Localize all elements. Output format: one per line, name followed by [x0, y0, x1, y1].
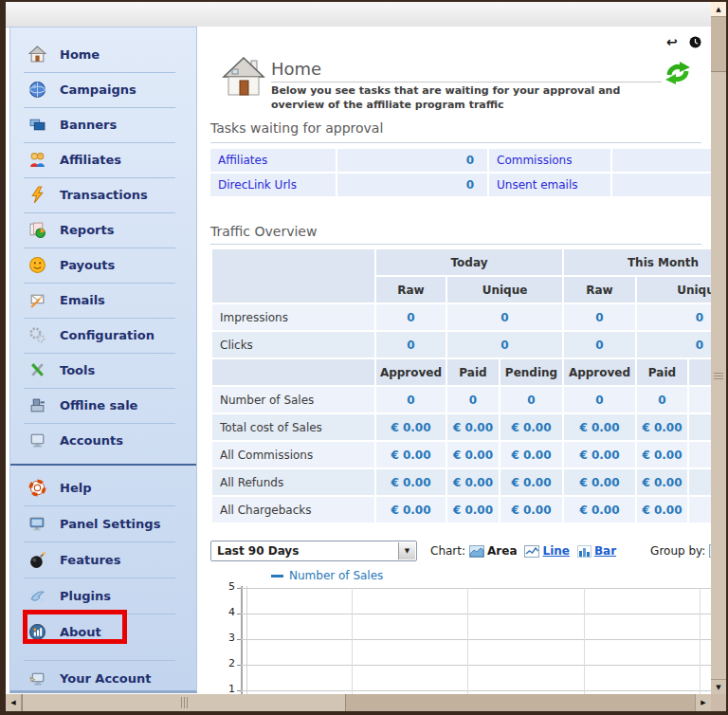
scroll-right-arrow-icon[interactable]: ▶ [695, 694, 711, 711]
sidebar-item-affiliates[interactable]: Affiliates [10, 142, 196, 177]
sidebar-item-label: Panel Settings [60, 517, 160, 531]
gridline-v [467, 588, 468, 694]
sidebar-item-label: About [60, 625, 101, 639]
tasks-table: Affiliates0CommissionsDirecLink Urls0Uns… [210, 149, 711, 198]
chart-type-line[interactable]: Line [542, 544, 569, 558]
chart-controls: Last 90 Days ▼ Chart: Area Line Bar Grou… [210, 540, 711, 562]
chart-type-area[interactable]: Area [487, 544, 517, 558]
metric-value: € 0.00 [500, 414, 562, 440]
sidebar-item-emails[interactable]: Emails [10, 283, 196, 318]
metric-value: € 0.00 [500, 469, 562, 495]
gridline-v [584, 588, 585, 694]
column-header: Pending [500, 359, 562, 385]
period-select-value: Last 90 Days [211, 544, 299, 558]
metric-value: € 0.00 [637, 469, 687, 495]
plugin-splash-icon [26, 586, 48, 605]
axis-tick [237, 665, 241, 666]
smiley-icon [26, 256, 48, 275]
sidebar-item-label: Configuration [60, 328, 155, 342]
sidebar-item-label: Emails [60, 293, 105, 307]
traffic-rule [210, 244, 701, 245]
undo-icon[interactable]: ↩ [666, 35, 678, 48]
sidebar-item-about[interactable]: About [10, 614, 196, 650]
tools-icon [26, 361, 48, 380]
sidebar-item-tools[interactable]: Tools [10, 353, 196, 388]
column-header: Paid [637, 359, 687, 385]
traffic-table: TodayThis MonthRawUniqueRawUniqueImpress… [210, 248, 711, 524]
app-window: ▲ ▼ ◀ ▶ HomeCampaignsBannersAffiliatesTr… [6, 2, 726, 711]
sidebar-item-configuration[interactable]: Configuration [10, 318, 196, 353]
metric-value: € 0.00 [564, 469, 635, 495]
scroll-up-arrow-icon[interactable]: ▲ [711, 2, 726, 17]
sidebar-item-accounts[interactable]: Accounts [10, 423, 196, 458]
column-header: Unique [447, 277, 562, 302]
horizontal-scrollbar-thumb[interactable] [22, 694, 346, 711]
lifebuoy-icon [26, 478, 48, 497]
metric-value: € 0.00 [447, 497, 499, 522]
traffic-table-wrap: TodayThis MonthRawUniqueRawUniqueImpress… [210, 248, 711, 524]
area-chart-icon[interactable] [469, 545, 484, 558]
sidebar-item-label: Transactions [60, 188, 148, 202]
gridline-h [241, 614, 711, 614]
column-header [212, 249, 374, 302]
banners-icon [26, 116, 48, 135]
vertical-scrollbar-thumb[interactable] [711, 71, 726, 680]
task-link[interactable]: Commissions [489, 149, 610, 172]
sidebar-item-home[interactable]: Home [10, 37, 196, 72]
gridline-h [241, 639, 711, 640]
chart-type-bar[interactable]: Bar [594, 544, 616, 558]
horizontal-scrollbar[interactable]: ◀ ▶ [6, 694, 711, 711]
traffic-heading: Traffic Overview [210, 224, 317, 239]
sidebar-item-campaigns[interactable]: Campaigns [10, 72, 196, 107]
sidebar-item-plugins[interactable]: Plugins [10, 578, 196, 614]
sidebar-item-label: Affiliates [60, 153, 121, 167]
metric-value: € 0.00 [376, 414, 446, 440]
metric-value: 0 [376, 387, 446, 412]
sidebar-item-your-account[interactable]: Your Account [10, 660, 196, 696]
sidebar-item-offline-sale[interactable]: Offline sale [10, 388, 196, 423]
y-tick-label: 1 [220, 683, 235, 694]
legend-line-swatch [271, 575, 283, 578]
task-link[interactable]: Unsent emails [489, 174, 610, 196]
metric-value [689, 497, 711, 522]
sidebar-item-label: Accounts [60, 433, 123, 448]
metric-value: 0 [447, 387, 499, 412]
bar-chart-icon[interactable] [577, 545, 592, 558]
sidebar-item-reports[interactable]: Reports [10, 212, 196, 248]
sidebar-item-label: Your Account [60, 671, 151, 686]
axis-tick [237, 639, 241, 640]
metric-value: 0 [637, 387, 687, 412]
sidebar-item-banners[interactable]: Banners [10, 107, 196, 142]
vertical-scrollbar[interactable]: ▲ ▼ [711, 2, 726, 694]
metric-value: € 0.00 [447, 414, 499, 440]
task-link[interactable]: DirecLink Urls [210, 174, 336, 196]
home-icon [26, 46, 48, 64]
scrollbar-grip [714, 373, 723, 379]
column-header: Raw [564, 277, 635, 302]
table-row: Total cost of Sales€ 0.00€ 0.00€ 0.00€ 0… [212, 414, 711, 440]
metric-value: 0 [564, 387, 635, 412]
task-count [612, 149, 711, 172]
scroll-down-arrow-icon[interactable]: ▼ [711, 679, 726, 694]
sidebar-item-help[interactable]: Help [10, 469, 196, 505]
sidebar-item-label: Offline sale [60, 398, 137, 412]
day-list-icon[interactable] [709, 544, 711, 558]
axis-tick [237, 588, 241, 589]
table-row: ApprovedPaidPendingApprovedPaid [212, 359, 711, 385]
scroll-left-arrow-icon[interactable]: ◀ [6, 694, 22, 711]
axis-tick [237, 690, 241, 691]
sidebar-item-transactions[interactable]: Transactions [10, 177, 196, 212]
sidebar-item-payouts[interactable]: Payouts [10, 248, 196, 283]
metric-value: € 0.00 [637, 442, 687, 468]
task-link[interactable]: Affiliates [210, 149, 336, 172]
y-tick-label: 5 [220, 580, 235, 593]
user-computer-icon [26, 669, 48, 688]
line-chart-icon[interactable] [524, 545, 539, 558]
sidebar-item-panel-settings[interactable]: Panel Settings [10, 505, 196, 541]
axis-tick [237, 614, 241, 614]
clock-icon[interactable] [689, 36, 701, 48]
sidebar-secondary-menu: HelpPanel SettingsFeaturesPluginsAboutYo… [10, 466, 196, 696]
sidebar-item-features[interactable]: Features [10, 541, 196, 578]
period-select[interactable]: Last 90 Days ▼ [210, 541, 417, 561]
refresh-icon[interactable] [664, 59, 692, 91]
